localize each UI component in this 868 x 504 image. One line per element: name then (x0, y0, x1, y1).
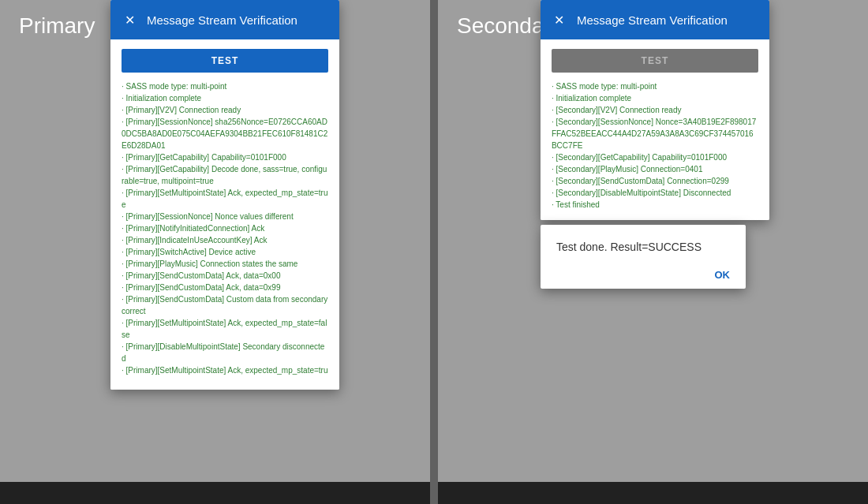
primary-bottom-bar (0, 482, 430, 504)
primary-close-icon[interactable]: ✕ (122, 12, 137, 28)
primary-log-area: · SASS mode type: multi-point · Initiali… (122, 80, 328, 380)
ok-button[interactable]: OK (556, 269, 730, 281)
primary-dialog: ✕ Message Stream Verification TEST · SAS… (110, 0, 339, 390)
panel-separator (430, 0, 438, 504)
secondary-dialog: ✕ Message Stream Verification TEST · SAS… (541, 0, 769, 220)
primary-dialog-header: ✕ Message Stream Verification (110, 0, 339, 39)
secondary-panel: Secondary ✕ Message Stream Verification … (438, 0, 868, 504)
primary-panel: Primary ✕ Message Stream Verification TE… (0, 0, 430, 504)
primary-dialog-body: TEST · SASS mode type: multi-point · Ini… (110, 39, 339, 390)
secondary-dialog-body: TEST · SASS mode type: multi-point · Ini… (541, 39, 769, 220)
secondary-dialog-header: ✕ Message Stream Verification (541, 0, 769, 39)
secondary-log-area: · SASS mode type: multi-point · Initiali… (552, 80, 758, 211)
secondary-test-button: TEST (552, 49, 758, 73)
result-text: Test done. Result=SUCCESS (556, 241, 730, 253)
primary-test-button[interactable]: TEST (122, 49, 328, 73)
secondary-bottom-bar (438, 482, 868, 504)
primary-dialog-title: Message Stream Verification (147, 13, 297, 27)
secondary-dialog-title: Message Stream Verification (577, 13, 728, 27)
result-dialog: Test done. Result=SUCCESS OK (541, 225, 746, 289)
secondary-close-icon[interactable]: ✕ (552, 12, 567, 28)
